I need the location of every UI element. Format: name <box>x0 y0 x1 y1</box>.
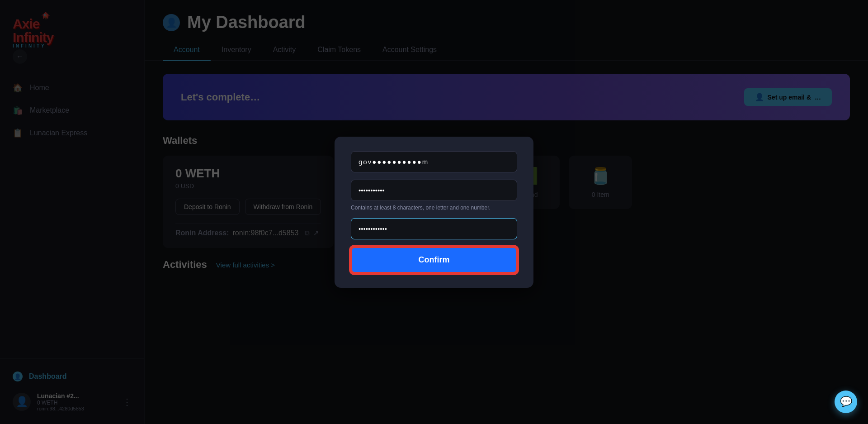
confirm-password-field[interactable] <box>351 218 517 239</box>
modal-overlay: Contains at least 8 characters, one lett… <box>0 0 868 424</box>
support-icon: 💬 <box>840 396 852 408</box>
support-button[interactable]: 💬 <box>835 391 857 413</box>
modal-dialog: Contains at least 8 characters, one lett… <box>335 137 533 288</box>
password-hint: Contains at least 8 characters, one lett… <box>351 205 517 211</box>
password-field[interactable] <box>351 180 517 201</box>
confirm-button[interactable]: Confirm <box>351 247 517 273</box>
email-field[interactable] <box>351 151 517 172</box>
